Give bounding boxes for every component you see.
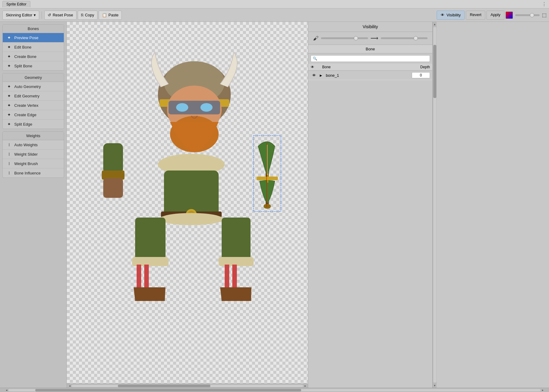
svg-point-6 — [176, 103, 188, 112]
split-bone-label: Split Bone — [14, 64, 32, 68]
col-eye-header: 👁 — [311, 65, 320, 69]
sidebar-item-bone-influence[interactable]: ⁞ Bone Influence — [3, 168, 64, 177]
scroll-h-track[interactable] — [72, 385, 303, 387]
sidebar-item-split-edge[interactable]: ✦ Split Edge — [3, 120, 64, 129]
svg-point-30 — [264, 204, 271, 209]
reset-pose-icon: ↺ — [48, 13, 51, 17]
svg-rect-29 — [257, 177, 278, 180]
sidebar-item-auto-geometry[interactable]: ✦ Auto Geometry — [3, 82, 64, 91]
hscroll-left-arrow[interactable]: ◂ — [4, 388, 9, 392]
bone-name-label: bone_1 — [326, 73, 409, 78]
scroll-right-arrow[interactable]: ▸ — [303, 384, 307, 387]
reset-pose-button[interactable]: ↺ Reset Pose — [44, 11, 76, 20]
bone-search-input[interactable] — [319, 56, 428, 61]
main-content: Bones ✦ Preview Pose ✦ Edit Bone ✦ Creat… — [0, 22, 549, 388]
canvas-viewport[interactable]: ᚠ — [67, 22, 308, 384]
sidebar-item-create-bone[interactable]: ✦ Create Bone — [3, 52, 64, 61]
bone-table-header: 👁 Bone Depth — [308, 64, 432, 71]
right-panel: Visibility 🖌 ⟶ Bone 🔍 — [308, 22, 432, 388]
svg-rect-10 — [103, 178, 123, 198]
create-vertex-label: Create Vertex — [14, 103, 39, 108]
col-depth-header: Depth — [412, 65, 430, 69]
eye-icon: 👁 — [441, 13, 445, 17]
visibility-button[interactable]: 👁 Visibility — [437, 11, 465, 20]
copy-label: Copy — [85, 13, 94, 17]
toolbar: Skinning Editor ▾ ↺ Reset Pose ⎘ Copy 📋 … — [0, 8, 549, 22]
viking-right-leg — [219, 218, 254, 301]
menu-dots[interactable]: ⋮ — [542, 1, 547, 7]
skinning-editor-dropdown[interactable]: Skinning Editor ▾ — [2, 11, 39, 20]
vscroll-thumb[interactable] — [433, 45, 436, 98]
bone-influence-label: Bone Influence — [14, 171, 41, 175]
preview-pose-label: Preview Pose — [14, 35, 38, 40]
toolbar-separator-1 — [42, 12, 42, 19]
arrow-icon: ⟶ — [370, 35, 378, 42]
color-swatch[interactable] — [506, 12, 513, 19]
sidebar-item-weight-slider[interactable]: ⁞ Weight Slider — [3, 150, 64, 159]
vscroll-up-arrow[interactable]: ▴ — [433, 22, 436, 26]
bone-depth-input[interactable] — [412, 72, 430, 78]
hscroll-track[interactable] — [9, 389, 540, 391]
chevron-down-icon: ▾ — [34, 13, 36, 17]
create-vertex-icon: ✦ — [6, 103, 12, 108]
right-panel-wrapper: Visibility 🖌 ⟶ Bone 🔍 — [308, 22, 549, 388]
sidebar-item-preview-pose[interactable]: ✦ Preview Pose — [3, 33, 64, 42]
sidebar-item-weight-brush[interactable]: ⁞ Weight Brush — [3, 159, 64, 168]
vscroll-track[interactable] — [433, 27, 436, 383]
viking-left-leg — [132, 218, 169, 301]
bone-visibility-toggle[interactable]: 👁 — [311, 72, 317, 79]
weights-section: Weights ⁞ Auto Weights ⁞ Weight Slider ⁞… — [2, 131, 64, 178]
svg-rect-20 — [137, 265, 141, 289]
copy-button[interactable]: ⎘ Copy — [78, 11, 97, 20]
weights-header: Weights — [3, 132, 64, 140]
reset-pose-label: Reset Pose — [53, 13, 73, 17]
svg-point-17 — [159, 213, 223, 225]
svg-rect-18 — [135, 218, 165, 260]
sidebar-item-split-bone[interactable]: ✦ Split Bone — [3, 61, 64, 70]
geometry-section: Geometry ✦ Auto Geometry ✦ Edit Geometry… — [2, 73, 64, 129]
sidebar-item-create-edge[interactable]: ✦ Create Edge — [3, 110, 64, 120]
canvas-scrollbar-h: ◂ ▸ — [67, 384, 308, 388]
edit-bone-icon: ✦ — [6, 45, 12, 49]
hscroll-thumb[interactable] — [35, 389, 301, 391]
col-name-header: Bone — [322, 65, 409, 69]
toolbar-right: 👁 Visibility Revert Apply ⬚ — [437, 11, 547, 20]
bone-influence-icon: ⁞ — [6, 171, 12, 175]
bone-section-header: Bone — [308, 45, 432, 53]
scroll-left-arrow[interactable]: ◂ — [67, 384, 72, 387]
depth-slider-thumb[interactable] — [414, 36, 418, 40]
opacity-slider-thumb[interactable] — [354, 36, 358, 40]
skinning-editor-label: Skinning Editor — [6, 13, 32, 17]
slider-right-icon: ⬚ — [542, 12, 547, 18]
title-tab[interactable]: Sprite Editor — [2, 1, 30, 7]
paste-button[interactable]: 📋 Paste — [99, 11, 122, 20]
toolbar-slider[interactable] — [515, 14, 540, 16]
hscroll-right-arrow[interactable]: ▸ — [540, 388, 545, 392]
auto-weights-label: Auto Weights — [14, 143, 38, 147]
vscroll-down-arrow[interactable]: ▾ — [433, 383, 436, 388]
bone-row: 👁 ▶ bone_1 — [308, 71, 432, 80]
edit-bone-label: Edit Bone — [14, 45, 31, 49]
depth-slider[interactable] — [381, 37, 428, 39]
sidebar-item-edit-bone[interactable]: ✦ Edit Bone — [3, 42, 64, 52]
sidebar-item-auto-weights[interactable]: ⁞ Auto Weights — [3, 140, 64, 150]
sidebar-item-create-vertex[interactable]: ✦ Create Vertex — [3, 101, 64, 110]
scroll-h-thumb[interactable] — [118, 385, 210, 387]
slider-thumb[interactable] — [530, 13, 534, 17]
viking-head — [152, 52, 237, 152]
opacity-slider[interactable] — [321, 37, 368, 39]
sidebar-item-edit-geometry[interactable]: ✦ Edit Geometry — [3, 91, 64, 101]
bone-expand-arrow[interactable]: ▶ — [320, 74, 322, 77]
svg-rect-21 — [144, 265, 149, 289]
bones-section: Bones ✦ Preview Pose ✦ Edit Bone ✦ Creat… — [2, 24, 64, 71]
split-bone-icon: ✦ — [6, 63, 12, 68]
viking-weapon — [254, 136, 281, 211]
weight-brush-label: Weight Brush — [14, 161, 38, 166]
split-edge-icon: ✦ — [6, 122, 12, 127]
auto-geometry-label: Auto Geometry — [14, 84, 41, 89]
apply-button[interactable]: Apply — [486, 11, 504, 20]
svg-point-7 — [200, 103, 213, 112]
weight-slider-icon: ⁞ — [6, 152, 12, 157]
revert-button[interactable]: Revert — [466, 11, 485, 20]
bone-search-bar: 🔍 — [311, 55, 430, 62]
